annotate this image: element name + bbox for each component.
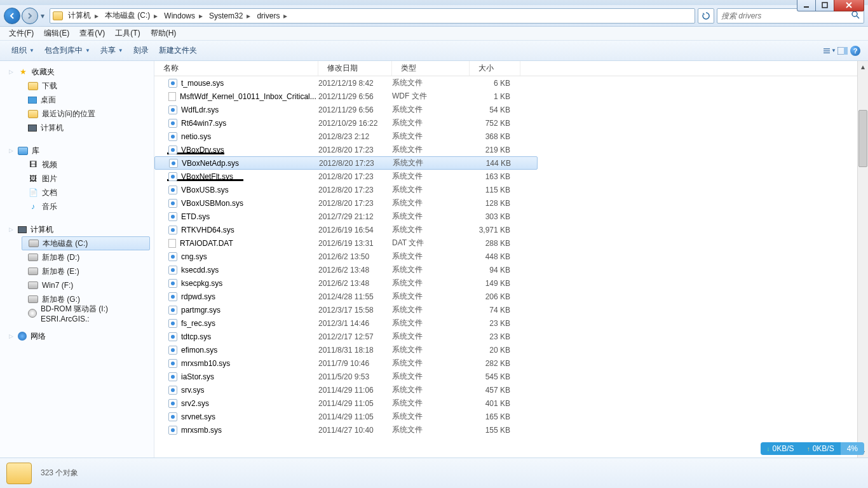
- sidebar-item-drive-c[interactable]: 本地磁盘 (C:): [22, 236, 150, 250]
- file-row[interactable]: MsftWdf_Kernel_01011_Inbox_Critical...20…: [154, 90, 868, 103]
- svg-rect-0: [804, 6, 809, 8]
- file-type: 系统文件: [392, 264, 470, 275]
- sidebar-item-drive-f[interactable]: Win7 (F:): [3, 278, 154, 292]
- column-header-type[interactable]: 类型: [392, 61, 470, 76]
- file-row[interactable]: RTKVHD64.sys2012/6/19 16:54系统文件3,971 KB: [154, 223, 868, 236]
- nav-back-button[interactable]: [4, 8, 20, 24]
- sidebar-item-recent[interactable]: 最近访问的位置: [3, 107, 154, 121]
- search-input[interactable]: [721, 11, 851, 20]
- file-size: 752 KB: [470, 119, 515, 128]
- file-name: partmgr.sys: [181, 306, 220, 315]
- sidebar-item-pictures[interactable]: 🖼图片: [3, 172, 154, 186]
- refresh-button[interactable]: [698, 8, 714, 24]
- nav-history-dropdown[interactable]: ▾: [38, 10, 47, 22]
- file-row[interactable]: Rt64win7.sys2012/10/29 16:22系统文件752 KB: [154, 116, 868, 130]
- vertical-scrollbar[interactable]: ▴ ▾: [857, 61, 868, 458]
- file-size: 6 KB: [470, 79, 515, 88]
- file-icon: [168, 252, 177, 261]
- preview-pane-button[interactable]: [836, 44, 849, 57]
- sidebar-item-drive-d[interactable]: 新加卷 (D:): [3, 250, 154, 264]
- file-list[interactable]: t_mouse.sys2012/12/19 8:42系统文件6 KBMsftWd…: [154, 76, 868, 458]
- file-row[interactable]: VBoxUSB.sys2012/8/20 17:23系统文件115 KB: [154, 183, 868, 196]
- network-speed-widget[interactable]: ↓0KB/S ↑0KB/S 4%: [761, 442, 864, 455]
- sidebar-item-music[interactable]: ♪音乐: [3, 200, 154, 214]
- file-row[interactable]: VBoxNetAdp.sys2012/8/20 17:23系统文件144 KB: [154, 156, 538, 170]
- file-row[interactable]: fs_rec.sys2012/3/1 14:46系统文件23 KB: [154, 316, 868, 330]
- file-icon: [168, 239, 176, 248]
- file-name: ETD.sys: [181, 212, 210, 221]
- file-name: srv.sys: [181, 386, 204, 395]
- file-row[interactable]: rdpwd.sys2012/4/28 11:55系统文件206 KB: [154, 290, 868, 303]
- address-bar[interactable]: 计算机▸ 本地磁盘 (C:)▸ Windows▸ System32▸ drive…: [50, 8, 695, 24]
- file-type: 系统文件: [392, 118, 470, 128]
- column-header-size[interactable]: 大小: [470, 61, 520, 76]
- burn-button[interactable]: 刻录: [128, 43, 154, 58]
- file-row[interactable]: srvnet.sys2011/4/29 11:05系统文件165 KB: [154, 410, 868, 423]
- file-row[interactable]: iaStor.sys2011/5/20 9:53系统文件545 KB: [154, 370, 868, 383]
- sidebar-item-desktop[interactable]: 桌面: [3, 93, 154, 107]
- file-row[interactable]: cng.sys2012/6/2 13:50系统文件448 KB: [154, 250, 868, 263]
- file-row[interactable]: partmgr.sys2012/3/17 15:58系统文件74 KB: [154, 303, 868, 316]
- window-maximize-button[interactable]: [815, 0, 834, 11]
- scroll-thumb[interactable]: [858, 110, 867, 167]
- file-row[interactable]: efimon.sys2011/8/31 18:18系统文件20 KB: [154, 343, 868, 356]
- libraries-header[interactable]: ▷库: [3, 144, 154, 158]
- file-row[interactable]: mrxsmb.sys2011/4/27 10:40系统文件155 KB: [154, 423, 868, 437]
- organize-button[interactable]: 组织▼: [6, 43, 39, 58]
- menu-edit[interactable]: 编辑(E): [39, 27, 74, 40]
- sidebar-item-computer-fav[interactable]: 计算机: [3, 121, 154, 135]
- breadcrumb-segment[interactable]: 本地磁盘 (C:)▸: [104, 10, 163, 21]
- column-header-name[interactable]: 名称: [154, 61, 318, 76]
- file-row[interactable]: ksecdd.sys2012/6/2 13:48系统文件94 KB: [154, 263, 868, 276]
- file-icon: [168, 92, 176, 101]
- star-icon: ★: [18, 67, 28, 77]
- sidebar-item-video[interactable]: 🎞视频: [3, 158, 154, 172]
- file-row[interactable]: netio.sys2012/8/23 2:12系统文件368 KB: [154, 130, 868, 143]
- file-row[interactable]: VBoxNetFlt.sys2012/8/20 17:23系统文件163 KB: [154, 170, 868, 183]
- file-row[interactable]: WdfLdr.sys2012/11/29 6:56系统文件54 KB: [154, 103, 868, 116]
- column-header-date[interactable]: 修改日期: [318, 61, 392, 76]
- menu-view[interactable]: 查看(V): [74, 27, 110, 40]
- file-row[interactable]: VBoxUSBMon.sys2012/8/20 17:23系统文件128 KB: [154, 196, 868, 210]
- favorites-header[interactable]: ▷★收藏夹: [3, 65, 154, 79]
- file-icon: [168, 79, 177, 88]
- file-row[interactable]: ETD.sys2012/7/29 21:12系统文件303 KB: [154, 210, 868, 223]
- include-in-library-button[interactable]: 包含到库中▼: [39, 43, 95, 58]
- sidebar-item-drive-e[interactable]: 新加卷 (E:): [3, 264, 154, 278]
- menu-tools[interactable]: 工具(T): [110, 27, 145, 40]
- window-minimize-button[interactable]: [797, 0, 816, 11]
- view-mode-button[interactable]: ▼: [824, 44, 836, 57]
- file-row[interactable]: mrxsmb10.sys2011/7/9 10:46系统文件282 KB: [154, 356, 868, 370]
- status-text: 323 个对象: [41, 468, 78, 478]
- file-icon: [168, 292, 177, 301]
- sidebar-item-documents[interactable]: 📄文档: [3, 186, 154, 200]
- file-row[interactable]: ksecpkg.sys2012/6/2 13:48系统文件149 KB: [154, 276, 868, 290]
- search-icon[interactable]: [851, 11, 860, 21]
- breadcrumb-segment[interactable]: Windows▸: [163, 11, 208, 20]
- new-folder-button[interactable]: 新建文件夹: [154, 43, 202, 58]
- file-icon: [168, 226, 177, 234]
- scroll-up-button[interactable]: ▴: [858, 61, 868, 72]
- nav-forward-button[interactable]: [22, 8, 38, 24]
- computer-header[interactable]: ▷计算机: [3, 222, 154, 236]
- breadcrumb-segment[interactable]: 计算机▸: [67, 10, 104, 21]
- file-row[interactable]: VBoxDrv.sys2012/8/20 17:23系统文件219 KB: [154, 143, 868, 156]
- file-row[interactable]: RTAIODAT.DAT2012/6/19 13:31DAT 文件288 KB: [154, 236, 868, 250]
- file-row[interactable]: t_mouse.sys2012/12/19 8:42系统文件6 KB: [154, 76, 868, 90]
- share-button[interactable]: 共享▼: [95, 43, 128, 58]
- menu-file[interactable]: 文件(F): [4, 27, 39, 40]
- breadcrumb-segment[interactable]: drivers▸: [255, 11, 292, 20]
- window-close-button[interactable]: [834, 0, 864, 11]
- menu-help[interactable]: 帮助(H): [146, 27, 182, 40]
- sidebar-item-bdrom[interactable]: BD-ROM 驱动器 (I:) ESRI.ArcGIS.:: [3, 306, 154, 320]
- file-row[interactable]: srv2.sys2011/4/29 11:05系统文件401 KB: [154, 396, 868, 410]
- network-header[interactable]: ▷网络: [3, 329, 154, 343]
- help-button[interactable]: ?: [849, 44, 862, 57]
- breadcrumb-segment[interactable]: System32▸: [208, 11, 255, 20]
- svg-rect-1: [822, 3, 827, 8]
- sidebar-item-downloads[interactable]: 下载: [3, 79, 154, 93]
- file-name: WdfLdr.sys: [181, 105, 219, 114]
- file-name: iaStor.sys: [181, 372, 214, 381]
- file-row[interactable]: srv.sys2011/4/29 11:06系统文件457 KB: [154, 383, 868, 396]
- file-row[interactable]: tdtcp.sys2012/2/17 12:57系统文件23 KB: [154, 330, 868, 343]
